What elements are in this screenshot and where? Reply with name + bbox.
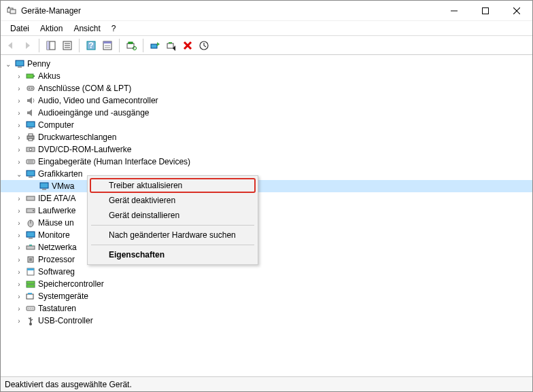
- toolbar-back-button[interactable]: [3, 38, 18, 53]
- tree-item-usb[interactable]: ›USB-Controller: [1, 315, 532, 327]
- maximize-button[interactable]: [470, 1, 501, 21]
- collapse-icon[interactable]: ⌄: [3, 59, 13, 69]
- system-icon: [25, 291, 36, 302]
- tree-item-drives[interactable]: ›Laufwerke: [1, 204, 532, 217]
- tree-item-mice[interactable]: ›Mäuse un: [1, 217, 532, 229]
- toolbar-properties-button[interactable]: [60, 38, 75, 53]
- expand-icon[interactable]: ›: [14, 243, 24, 252]
- tree-item-keyboards[interactable]: ›Tastaturen: [1, 302, 532, 315]
- toolbar-uninstall-button[interactable]: [180, 38, 195, 53]
- svg-rect-58: [29, 245, 32, 246]
- toolbar-update-driver-button[interactable]: [148, 38, 162, 53]
- tree-item-print-queues[interactable]: ›Druckwarteschlangen: [1, 131, 532, 143]
- expand-icon[interactable]: ›: [14, 132, 24, 142]
- svg-rect-17: [103, 41, 111, 43]
- mouse-icon: [25, 217, 36, 228]
- svg-rect-4: [483, 7, 489, 14]
- tree-item-display-adapters[interactable]: ⌄Grafikkarten: [1, 168, 532, 180]
- context-menu: Treiber aktualisieren Gerät deaktivieren…: [87, 175, 258, 265]
- expand-icon[interactable]: ›: [14, 194, 24, 203]
- ctx-properties[interactable]: Eigenschaften: [90, 247, 256, 262]
- close-button[interactable]: [501, 1, 532, 21]
- cpu-icon: [25, 254, 36, 265]
- tree-item-software-devices[interactable]: ›Softwareg: [1, 266, 532, 278]
- tree-item-ports[interactable]: ›Anschlüsse (COM & LPT): [1, 82, 532, 94]
- ctx-update-driver[interactable]: Treiber aktualisieren: [90, 178, 256, 193]
- toolbar-help-button[interactable]: ?: [84, 38, 99, 53]
- menu-action[interactable]: Aktion: [35, 22, 68, 35]
- tree-item-ide[interactable]: ›IDE ATA/A: [1, 192, 532, 204]
- storage-icon: [25, 279, 36, 289]
- expand-icon[interactable]: ›: [14, 230, 24, 240]
- expand-icon[interactable]: ›: [14, 120, 24, 130]
- svg-rect-21: [128, 42, 133, 43]
- toolbar-show-hide-tree-button[interactable]: [44, 38, 58, 53]
- toolbar-property-sheet-button[interactable]: [100, 38, 115, 53]
- monitor-icon: [25, 230, 36, 240]
- tree-item-audio[interactable]: ›Audio, Video und Gamecontroller: [1, 94, 532, 107]
- tree-item-computer[interactable]: ›Computer: [1, 119, 532, 131]
- minimize-button[interactable]: [439, 1, 470, 21]
- svg-point-42: [29, 148, 32, 151]
- port-icon: [25, 83, 36, 94]
- expand-icon[interactable]: ›: [14, 255, 24, 264]
- svg-rect-29: [16, 60, 24, 66]
- svg-point-68: [28, 308, 29, 308]
- collapse-icon[interactable]: ⌄: [14, 169, 24, 179]
- ctx-disable-device[interactable]: Gerät deaktivieren: [90, 193, 256, 208]
- expand-icon[interactable]: ›: [14, 279, 24, 289]
- window-title: Geräte-Manager: [21, 6, 439, 16]
- expand-icon[interactable]: ›: [14, 304, 24, 313]
- tree-item-hid[interactable]: ›Eingabegeräte (Human Interface Devices): [1, 156, 532, 168]
- tree-item-display-device[interactable]: VMwa: [1, 180, 532, 192]
- expand-icon[interactable]: ›: [14, 218, 24, 228]
- tree-root[interactable]: ⌄ Penny: [1, 58, 532, 70]
- menu-help[interactable]: ?: [106, 22, 122, 35]
- menu-view[interactable]: Ansicht: [68, 22, 105, 35]
- app-icon: [6, 5, 17, 16]
- svg-rect-55: [27, 232, 35, 237]
- tree-item-dvd[interactable]: ›DVD/CD-ROM-Laufwerke: [1, 143, 532, 156]
- expand-icon[interactable]: ›: [14, 316, 24, 325]
- speaker-icon: [25, 107, 36, 118]
- svg-rect-31: [27, 74, 33, 78]
- ctx-uninstall-device[interactable]: Gerät deinstallieren: [90, 208, 256, 223]
- toolbar-forward-button[interactable]: [20, 38, 35, 53]
- expand-icon[interactable]: ›: [14, 96, 24, 105]
- expand-icon[interactable]: ›: [14, 267, 24, 277]
- tree-item-monitors[interactable]: ›Monitore: [1, 229, 532, 241]
- svg-point-34: [29, 88, 30, 89]
- svg-rect-46: [27, 171, 35, 176]
- svg-rect-47: [29, 177, 33, 178]
- ctx-scan-hardware[interactable]: Nach geänderter Hardware suchen: [90, 228, 256, 243]
- tree-item-system-devices[interactable]: ›Systemgeräte: [1, 290, 532, 302]
- monitor-icon: [25, 120, 36, 130]
- toolbar-scan-hardware-button[interactable]: [124, 38, 139, 53]
- menubar: Datei Aktion Ansicht ?: [1, 21, 532, 36]
- svg-rect-23: [151, 44, 157, 48]
- tree-root-label: Penny: [27, 59, 50, 69]
- disk-icon: [25, 205, 36, 216]
- expand-icon[interactable]: ›: [14, 145, 24, 154]
- expand-icon[interactable]: ›: [14, 71, 24, 81]
- svg-rect-24: [167, 43, 173, 48]
- tree-item-storage-controllers[interactable]: ›Speichercontroller: [1, 278, 532, 290]
- toolbar-disable-button[interactable]: [164, 38, 179, 53]
- svg-rect-30: [18, 67, 22, 68]
- menu-file[interactable]: Datei: [5, 22, 35, 35]
- tree-item-batteries[interactable]: ›Akkus: [1, 70, 532, 82]
- tree-item-audio-io[interactable]: ›Audioeingänge und -ausgänge: [1, 107, 532, 119]
- expand-icon[interactable]: ›: [14, 206, 24, 215]
- expand-icon[interactable]: ›: [14, 157, 24, 166]
- tree-item-processors[interactable]: ›Prozessor: [1, 253, 532, 266]
- tree-item-network[interactable]: ›Netzwerka: [1, 241, 532, 253]
- device-tree-pane[interactable]: ⌄ Penny ›Akkus ›Anschlüsse (COM & LPT) ›…: [1, 55, 532, 376]
- svg-rect-39: [29, 134, 33, 136]
- svg-text:?: ?: [88, 41, 93, 50]
- network-icon: [25, 242, 36, 253]
- toolbar-enable-button[interactable]: [196, 38, 211, 53]
- printer-icon: [25, 132, 36, 143]
- expand-icon[interactable]: ›: [14, 84, 24, 93]
- expand-icon[interactable]: ›: [14, 108, 24, 118]
- expand-icon[interactable]: ›: [14, 291, 24, 301]
